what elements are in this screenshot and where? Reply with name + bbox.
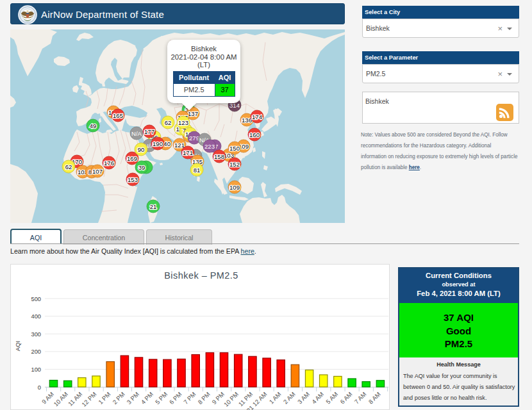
svg-text:160: 160 xyxy=(249,131,260,138)
svg-text:N/A: N/A xyxy=(131,130,142,137)
svg-text:171: 171 xyxy=(183,149,193,156)
svg-text:121: 121 xyxy=(174,142,185,149)
svg-text:109: 109 xyxy=(229,184,240,191)
svg-text:137: 137 xyxy=(188,110,198,117)
svg-text:150: 150 xyxy=(229,145,240,152)
svg-text:49: 49 xyxy=(90,122,97,129)
svg-text:3 AM: 3 AM xyxy=(296,391,311,406)
svg-text:152: 152 xyxy=(229,161,240,168)
svg-text:165: 165 xyxy=(113,112,123,119)
svg-text:223: 223 xyxy=(204,143,215,150)
svg-text:158: 158 xyxy=(214,153,224,160)
svg-text:39: 39 xyxy=(138,164,145,171)
svg-text:400: 400 xyxy=(31,313,41,320)
svg-text:107: 107 xyxy=(92,168,103,175)
svg-text:21: 21 xyxy=(150,203,157,210)
svg-text:11 AM: 11 AM xyxy=(67,391,83,407)
svg-text:279: 279 xyxy=(189,135,199,142)
svg-text:123: 123 xyxy=(178,119,188,126)
svg-text:7 PM: 7 PM xyxy=(182,391,197,406)
svg-text:136: 136 xyxy=(242,117,252,124)
svg-text:6 PM: 6 PM xyxy=(168,391,183,406)
svg-text:3 PM: 3 PM xyxy=(125,391,140,406)
svg-text:12 PM: 12 PM xyxy=(80,391,97,408)
svg-text:200: 200 xyxy=(31,348,41,355)
svg-text:300: 300 xyxy=(31,331,41,338)
svg-text:174: 174 xyxy=(252,113,262,120)
svg-text:177: 177 xyxy=(144,128,154,135)
svg-text:Bishkek – PM2.5: Bishkek – PM2.5 xyxy=(164,270,238,281)
svg-text:5 AM: 5 AM xyxy=(324,391,339,406)
svg-text:1 AM: 1 AM xyxy=(268,391,283,406)
svg-text:10 AM: 10 AM xyxy=(52,391,69,408)
svg-text:176: 176 xyxy=(104,160,114,167)
svg-text:7 AM: 7 AM xyxy=(353,391,368,406)
svg-text:4 PM: 4 PM xyxy=(140,391,155,406)
svg-text:1 PM: 1 PM xyxy=(97,391,112,406)
svg-text:8 AM: 8 AM xyxy=(367,391,382,406)
svg-text:100: 100 xyxy=(31,366,41,373)
svg-text:314: 314 xyxy=(229,102,240,109)
svg-text:500: 500 xyxy=(31,296,41,302)
svg-text:190: 190 xyxy=(153,140,163,147)
svg-text:0: 0 xyxy=(38,384,41,391)
svg-text:62: 62 xyxy=(165,119,172,126)
svg-text:62: 62 xyxy=(65,163,72,170)
svg-text:8 PM: 8 PM xyxy=(196,391,212,406)
svg-text:6 AM: 6 AM xyxy=(338,391,353,406)
svg-text:2 AM: 2 AM xyxy=(282,391,297,406)
svg-text:10 PM: 10 PM xyxy=(222,391,240,408)
svg-text:AQI: AQI xyxy=(15,341,21,351)
svg-text:5 PM: 5 PM xyxy=(154,391,169,406)
svg-text:90: 90 xyxy=(138,146,145,153)
svg-text:81: 81 xyxy=(194,167,201,174)
svg-text:153: 153 xyxy=(128,176,138,183)
svg-text:4 AM: 4 AM xyxy=(310,391,325,406)
svg-text:2 PM: 2 PM xyxy=(111,391,126,406)
svg-text:169: 169 xyxy=(127,155,137,162)
